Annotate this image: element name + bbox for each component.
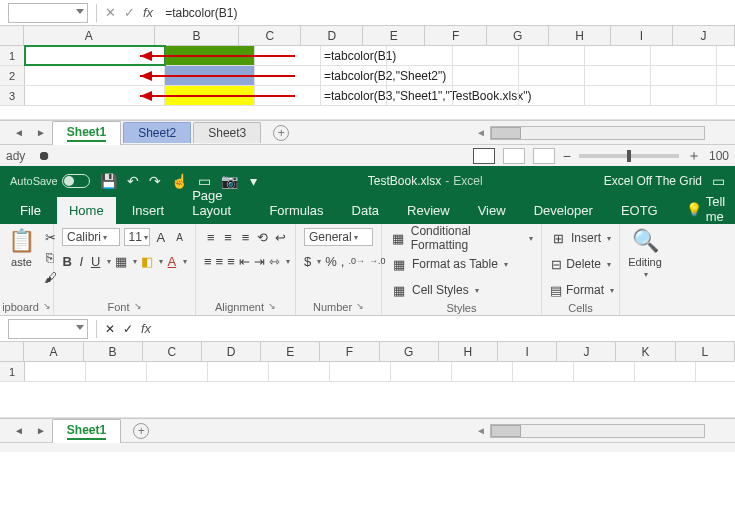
hscroll-thumb[interactable] bbox=[491, 127, 521, 139]
hscroll-thumb[interactable] bbox=[491, 425, 521, 437]
increase-decimal-icon[interactable]: .0→ bbox=[348, 252, 365, 270]
insert-cells-button[interactable]: ⊞Insert▾ bbox=[550, 228, 611, 248]
col-header-D[interactable]: D bbox=[202, 342, 261, 361]
align-top-icon[interactable]: ≡ bbox=[204, 228, 217, 246]
col-header-J[interactable]: J bbox=[557, 342, 616, 361]
col-header-K[interactable]: K bbox=[616, 342, 675, 361]
cell-G1[interactable] bbox=[519, 46, 585, 65]
col-header-B[interactable]: B bbox=[84, 342, 143, 361]
tab-view[interactable]: View bbox=[466, 197, 518, 224]
font-color-button[interactable]: A bbox=[167, 252, 177, 270]
tab-developer[interactable]: Developer bbox=[522, 197, 605, 224]
select-all-corner[interactable] bbox=[0, 26, 24, 45]
formula-bar-text[interactable]: =tabcolor(B1) bbox=[161, 6, 237, 20]
tab-nav-prev-icon[interactable]: ◄ bbox=[8, 127, 30, 138]
col-header-C[interactable]: C bbox=[239, 26, 301, 45]
cell-A1[interactable] bbox=[25, 46, 165, 65]
increase-font-icon[interactable]: A bbox=[154, 228, 169, 246]
hscroll-track[interactable] bbox=[490, 424, 705, 438]
fx-icon[interactable]: fx bbox=[143, 5, 153, 20]
cell-C1[interactable] bbox=[255, 46, 321, 65]
launcher-icon[interactable]: ↘ bbox=[356, 301, 364, 313]
launcher-icon[interactable]: ↘ bbox=[134, 301, 142, 313]
cell-D1[interactable]: =tabcolor(B1) bbox=[321, 46, 387, 65]
new-sheet-button[interactable]: + bbox=[133, 423, 149, 439]
delete-cells-button[interactable]: ⊟Delete▾ bbox=[550, 254, 611, 274]
col-header-D[interactable]: D bbox=[301, 26, 363, 45]
format-as-table-button[interactable]: ▦Format as Table▾ bbox=[390, 254, 533, 274]
col-header-A[interactable]: A bbox=[24, 26, 155, 45]
zoom-slider[interactable] bbox=[579, 154, 679, 158]
fx-icon[interactable]: fx bbox=[141, 321, 151, 336]
increase-indent-icon[interactable]: ⇥ bbox=[254, 252, 265, 270]
accounting-format-icon[interactable]: $ bbox=[304, 252, 311, 270]
view-normal-button[interactable] bbox=[473, 148, 495, 164]
ribbon-display-icon[interactable]: ▭ bbox=[712, 173, 725, 189]
underline-button[interactable]: U bbox=[91, 252, 101, 270]
redo-icon[interactable]: ↷ bbox=[149, 173, 161, 189]
col-header-J[interactable]: J bbox=[673, 26, 735, 45]
decrease-font-icon[interactable]: A bbox=[172, 228, 187, 246]
format-cells-button[interactable]: ▤Format▾ bbox=[550, 280, 611, 300]
cell-B1[interactable] bbox=[165, 46, 255, 65]
col-header-L[interactable]: L bbox=[676, 342, 735, 361]
enter-icon[interactable]: ✓ bbox=[123, 322, 133, 336]
cancel-icon[interactable]: ✕ bbox=[105, 322, 115, 336]
tab-review[interactable]: Review bbox=[395, 197, 462, 224]
font-name-combo[interactable]: Calibri▾ bbox=[62, 228, 120, 246]
row-header-2[interactable]: 2 bbox=[0, 66, 25, 85]
col-header-G[interactable]: G bbox=[380, 342, 439, 361]
border-button[interactable]: ▦ bbox=[115, 252, 127, 270]
tab-insert[interactable]: Insert bbox=[120, 197, 177, 224]
macro-record-icon[interactable]: ⏺ bbox=[35, 147, 53, 165]
cell-E1[interactable] bbox=[387, 46, 453, 65]
col-header-F[interactable]: F bbox=[320, 342, 379, 361]
hscroll-left-icon[interactable]: ◄ bbox=[476, 425, 486, 436]
cell-I1[interactable] bbox=[651, 46, 717, 65]
col-header-A[interactable]: A bbox=[24, 342, 83, 361]
row-header-1[interactable]: 1 bbox=[0, 46, 25, 65]
col-header-G[interactable]: G bbox=[487, 26, 549, 45]
wrap-text-icon[interactable]: ↩ bbox=[274, 228, 287, 246]
name-box[interactable] bbox=[8, 319, 88, 339]
number-format-combo[interactable]: General▾ bbox=[304, 228, 373, 246]
hscroll-track[interactable] bbox=[490, 126, 705, 140]
cell-styles-button[interactable]: ▦Cell Styles▾ bbox=[390, 280, 533, 300]
tab-file[interactable]: File bbox=[8, 197, 53, 224]
tab-nav-next-icon[interactable]: ► bbox=[30, 425, 52, 436]
name-box[interactable] bbox=[8, 3, 88, 23]
cell-D2[interactable]: =tabcolor(B2,"Sheet2") bbox=[321, 66, 387, 85]
undo-icon[interactable]: ↶ bbox=[127, 173, 139, 189]
tab-nav-prev-icon[interactable]: ◄ bbox=[8, 425, 30, 436]
col-header-C[interactable]: C bbox=[143, 342, 202, 361]
conditional-formatting-button[interactable]: ▦Conditional Formatting▾ bbox=[390, 228, 533, 248]
align-middle-icon[interactable]: ≡ bbox=[221, 228, 234, 246]
orientation-icon[interactable]: ⟲ bbox=[256, 228, 269, 246]
col-header-H[interactable]: H bbox=[549, 26, 611, 45]
col-header-I[interactable]: I bbox=[498, 342, 557, 361]
launcher-icon[interactable]: ↘ bbox=[268, 301, 276, 313]
select-all-corner[interactable] bbox=[0, 342, 24, 361]
comma-format-icon[interactable]: , bbox=[341, 252, 345, 270]
hscroll-left-icon[interactable]: ◄ bbox=[476, 127, 486, 138]
worksheet-grid[interactable]: A B C D E F G H I J 1 =tabcolor(B1) 2 bbox=[0, 26, 735, 120]
fill-color-button[interactable]: ◧ bbox=[141, 252, 153, 270]
row-header-3[interactable]: 3 bbox=[0, 86, 25, 105]
col-header-H[interactable]: H bbox=[439, 342, 498, 361]
align-center-icon[interactable]: ≡ bbox=[216, 252, 224, 270]
tab-page-layout[interactable]: Page Layout bbox=[180, 182, 253, 224]
col-header-E[interactable]: E bbox=[363, 26, 425, 45]
align-right-icon[interactable]: ≡ bbox=[227, 252, 235, 270]
view-pagebreak-button[interactable] bbox=[533, 148, 555, 164]
cell-C3[interactable] bbox=[255, 86, 321, 105]
tell-me-search[interactable]: 💡 Tell me bbox=[686, 194, 727, 224]
view-pagelayout-button[interactable] bbox=[503, 148, 525, 164]
cell-F1[interactable] bbox=[453, 46, 519, 65]
cell-D3[interactable]: =tabcolor(B3,"Sheet1","TestBook.xlsx") bbox=[321, 86, 387, 105]
tab-data[interactable]: Data bbox=[340, 197, 391, 224]
find-select-button[interactable]: 🔍 Editing ▾ bbox=[628, 228, 662, 311]
cancel-icon[interactable]: ✕ bbox=[105, 5, 116, 20]
cell-B2[interactable] bbox=[165, 66, 255, 85]
tab-sheet2[interactable]: Sheet2 bbox=[123, 122, 191, 143]
align-left-icon[interactable]: ≡ bbox=[204, 252, 212, 270]
